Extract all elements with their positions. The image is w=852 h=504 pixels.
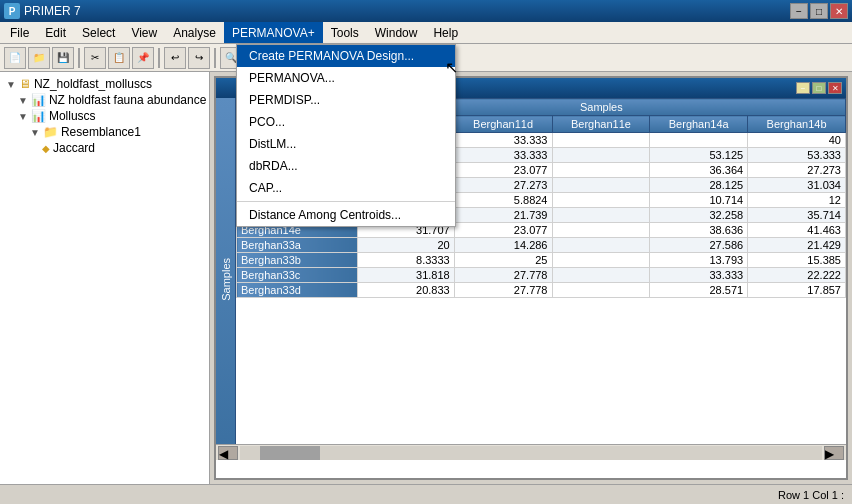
- tree-item-resemblance[interactable]: ▼ 📁 Resemblance1: [28, 124, 205, 140]
- cell-1-1[interactable]: 33.333: [454, 148, 552, 163]
- cell-4-4[interactable]: 12: [748, 193, 846, 208]
- scroll-thumb[interactable]: [260, 446, 320, 460]
- cell-3-1[interactable]: 27.273: [454, 178, 552, 193]
- menu-view[interactable]: View: [123, 22, 165, 43]
- table-row: Berghan33d20.83327.77828.57117.857: [237, 283, 846, 298]
- inner-close-button[interactable]: ✕: [828, 82, 842, 94]
- cell-0-4[interactable]: 40: [748, 133, 846, 148]
- scroll-left-btn[interactable]: ◀: [218, 446, 238, 460]
- scroll-right-btn[interactable]: ▶: [824, 446, 844, 460]
- cell-5-2[interactable]: [552, 208, 650, 223]
- dropdown-permdisp[interactable]: PERMDISP...: [237, 89, 455, 111]
- cell-8-3[interactable]: 13.793: [650, 253, 748, 268]
- cell-6-2[interactable]: [552, 223, 650, 238]
- table-row: Berghan33a2014.28627.58621.429: [237, 238, 846, 253]
- app-title: PRIMER 7: [24, 4, 81, 18]
- cell-1-2[interactable]: [552, 148, 650, 163]
- horizontal-scrollbar[interactable]: ◀ ▶: [216, 444, 846, 460]
- cell-5-3[interactable]: 32.258: [650, 208, 748, 223]
- cell-2-1[interactable]: 23.077: [454, 163, 552, 178]
- cell-3-2[interactable]: [552, 178, 650, 193]
- cell-0-1[interactable]: 33.333: [454, 133, 552, 148]
- open-button[interactable]: 📁: [28, 47, 50, 69]
- menu-help[interactable]: Help: [425, 22, 466, 43]
- cell-8-2[interactable]: [552, 253, 650, 268]
- cell-8-1[interactable]: 25: [454, 253, 552, 268]
- expand-icon: ▼: [6, 79, 16, 90]
- cell-3-3[interactable]: 28.125: [650, 178, 748, 193]
- cell-6-1[interactable]: 23.077: [454, 223, 552, 238]
- dropdown-cap[interactable]: CAP...: [237, 177, 455, 199]
- expand-icon-2: ▼: [18, 95, 28, 106]
- cell-5-1[interactable]: 21.739: [454, 208, 552, 223]
- paste-button[interactable]: 📌: [132, 47, 154, 69]
- cell-9-2[interactable]: [552, 268, 650, 283]
- inner-maximize-button[interactable]: □: [812, 82, 826, 94]
- maximize-button[interactable]: □: [810, 3, 828, 19]
- status-bar: Row 1 Col 1 :: [0, 484, 852, 504]
- toolbar-separator-1: [78, 48, 80, 68]
- cell-7-2[interactable]: [552, 238, 650, 253]
- toolbar-separator-2: [158, 48, 160, 68]
- dropdown-dbrda[interactable]: dbRDA...: [237, 155, 455, 177]
- dropdown-distlm[interactable]: DistLM...: [237, 133, 455, 155]
- cell-10-2[interactable]: [552, 283, 650, 298]
- cell-4-2[interactable]: [552, 193, 650, 208]
- cell-6-3[interactable]: 38.636: [650, 223, 748, 238]
- cell-4-3[interactable]: 10.714: [650, 193, 748, 208]
- menu-file[interactable]: File: [2, 22, 37, 43]
- cell-0-2[interactable]: [552, 133, 650, 148]
- minimize-button[interactable]: −: [790, 3, 808, 19]
- copy-button[interactable]: 📋: [108, 47, 130, 69]
- cell-6-4[interactable]: 41.463: [748, 223, 846, 238]
- cell-0-3[interactable]: [650, 133, 748, 148]
- menu-window[interactable]: Window: [367, 22, 426, 43]
- cell-1-4[interactable]: 53.333: [748, 148, 846, 163]
- cell-9-1[interactable]: 27.778: [454, 268, 552, 283]
- cell-7-4[interactable]: 21.429: [748, 238, 846, 253]
- cell-2-3[interactable]: 36.364: [650, 163, 748, 178]
- redo-button[interactable]: ↪: [188, 47, 210, 69]
- cell-9-4[interactable]: 22.222: [748, 268, 846, 283]
- cell-1-3[interactable]: 53.125: [650, 148, 748, 163]
- tree-item-holdfast[interactable]: ▼ 🖥 NZ_holdfast_molluscs: [4, 76, 205, 92]
- dropdown-distance-centroids[interactable]: Distance Among Centroids...: [237, 204, 455, 226]
- row-label-berghan33a: Berghan33a: [237, 238, 358, 253]
- menu-tools[interactable]: Tools: [323, 22, 367, 43]
- menu-analyse[interactable]: Analyse: [165, 22, 224, 43]
- cell-10-1[interactable]: 27.778: [454, 283, 552, 298]
- undo-button[interactable]: ↩: [164, 47, 186, 69]
- dropdown-permanova[interactable]: PERMANOVA...: [237, 67, 455, 89]
- tree-item-molluscs[interactable]: ▼ 📊 Molluscs: [16, 108, 205, 124]
- close-button[interactable]: ✕: [830, 3, 848, 19]
- dropdown-pco[interactable]: PCO...: [237, 111, 455, 133]
- cell-8-0[interactable]: 8.3333: [357, 253, 454, 268]
- cell-7-1[interactable]: 14.286: [454, 238, 552, 253]
- cell-7-0[interactable]: 20: [357, 238, 454, 253]
- tree-item-fauna[interactable]: ▼ 📊 NZ holdfast fauna abundance: [16, 92, 205, 108]
- cell-8-4[interactable]: 15.385: [748, 253, 846, 268]
- cut-button[interactable]: ✂: [84, 47, 106, 69]
- menu-select[interactable]: Select: [74, 22, 123, 43]
- cell-10-4[interactable]: 17.857: [748, 283, 846, 298]
- tree-item-jaccard[interactable]: ◆ Jaccard: [40, 140, 205, 156]
- menu-permanova[interactable]: PERMANOVA+: [224, 22, 323, 43]
- cell-10-3[interactable]: 28.571: [650, 283, 748, 298]
- cell-7-3[interactable]: 27.586: [650, 238, 748, 253]
- menu-edit[interactable]: Edit: [37, 22, 74, 43]
- cell-3-4[interactable]: 31.034: [748, 178, 846, 193]
- cell-10-0[interactable]: 20.833: [357, 283, 454, 298]
- new-button[interactable]: 📄: [4, 47, 26, 69]
- cell-2-4[interactable]: 27.273: [748, 163, 846, 178]
- cell-2-2[interactable]: [552, 163, 650, 178]
- dropdown-create-design[interactable]: Create PERMANOVA Design...: [237, 45, 455, 67]
- cell-4-1[interactable]: 5.8824: [454, 193, 552, 208]
- menu-bar: File Edit Select View Analyse PERMANOVA+…: [0, 22, 852, 44]
- cell-5-4[interactable]: 35.714: [748, 208, 846, 223]
- save-button[interactable]: 💾: [52, 47, 74, 69]
- cell-9-0[interactable]: 31.818: [357, 268, 454, 283]
- title-bar: P PRIMER 7 − □ ✕: [0, 0, 852, 22]
- scroll-track[interactable]: [240, 446, 822, 460]
- cell-9-3[interactable]: 33.333: [650, 268, 748, 283]
- inner-minimize-button[interactable]: −: [796, 82, 810, 94]
